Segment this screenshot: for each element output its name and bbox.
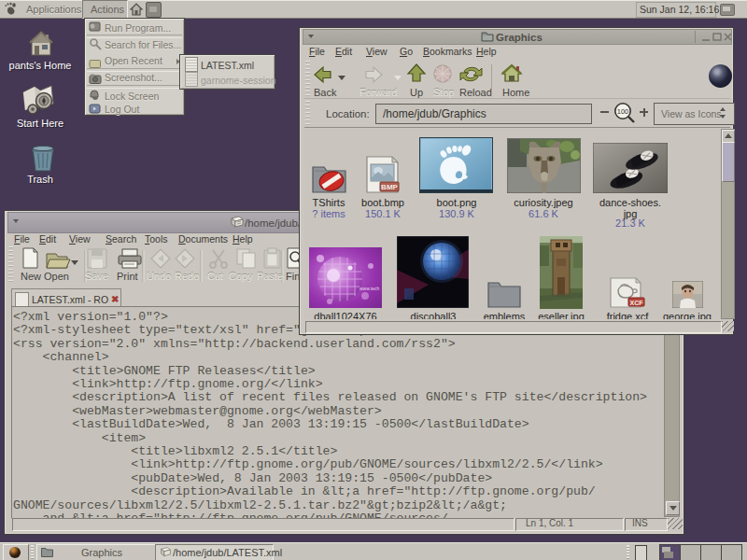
svg-text:100: 100 xyxy=(617,107,629,116)
svg-text:BMP: BMP xyxy=(381,183,398,191)
svg-text:XCF: XCF xyxy=(630,300,644,306)
svg-text:www.tech: www.tech xyxy=(359,286,380,291)
